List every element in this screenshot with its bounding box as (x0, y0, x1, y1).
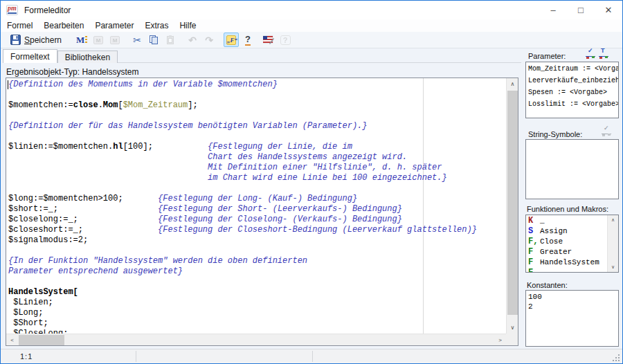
constants-panel-label: Konstanten: (527, 281, 568, 289)
flag-icon (263, 35, 274, 44)
help-bubble-icon: ? (280, 35, 291, 45)
code-line: HandelsSystem[ (8, 287, 477, 298)
code-line: $short:=_; {Festlegung der Short- (Leerv… (8, 204, 477, 215)
constant-item[interactable]: 2 (526, 302, 618, 311)
formula-format-toggle[interactable]: „F“ (224, 33, 239, 47)
functions-scroll-down-arrow[interactable]: ∨ (608, 262, 618, 272)
menu-item-hilfe[interactable]: Hilfe (174, 20, 201, 31)
function-type-icon: S (528, 226, 540, 236)
tab-bibliotheken[interactable]: Bibliotheken (57, 51, 118, 63)
code-line: Parameter entsprechend ausgewertet} (8, 266, 477, 277)
function-name: Close (540, 237, 563, 246)
function-type-icon: K (528, 216, 540, 226)
parameter-panel-label: Parameter: (528, 52, 566, 60)
resize-grip[interactable] (612, 354, 620, 361)
scrollbar-corner (506, 334, 518, 345)
context-help-button[interactable]: ? (240, 33, 255, 47)
toolbar: Speichern M M M ✂ ↶ (1, 32, 622, 48)
statusbar-divider (312, 351, 313, 362)
scroll-left-arrow[interactable]: < (6, 334, 18, 346)
scroll-right-arrow[interactable]: > (494, 334, 506, 346)
parameter-item[interactable]: Spesen := <Vorgabe> (526, 87, 618, 98)
code-line (8, 246, 477, 256)
function-name: Greater (540, 248, 572, 256)
close-button[interactable]: ✕ (595, 1, 622, 19)
code-line: $closelong:=_; {Festlegung der Closelong… (8, 215, 477, 225)
menu-bar: FormelBearbeitenParameterExtrasHilfe (1, 19, 622, 32)
code-line: $signalmodus:=2; (8, 235, 477, 246)
function-item[interactable]: F,Close (526, 236, 618, 246)
code-line (8, 90, 477, 100)
insert-check-parameter-icon[interactable]: ✓ (586, 48, 596, 59)
macro-stamp-icon: M (93, 36, 103, 44)
menu-item-formel[interactable]: Formel (1, 20, 38, 31)
code-editor-area[interactable]: {Definition des Momentums in der Variabl… (6, 78, 506, 334)
result-type-label: Ergebnisobjekt-Typ: Handelssystem (6, 67, 138, 77)
translate-button[interactable] (261, 33, 276, 47)
code-line: $closeshort:=_; {Festlegung der Closesho… (8, 225, 477, 235)
function-item[interactable]: FGreater (526, 246, 618, 257)
parameter-item[interactable]: Losslimit := <Vorgabe> (526, 98, 618, 110)
scroll-up-arrow[interactable]: ∧ (507, 78, 518, 90)
function-item[interactable]: SAssign (526, 226, 618, 236)
constants-list[interactable]: 1002 (525, 290, 619, 347)
function-name: _ (540, 217, 545, 225)
code-line (8, 111, 477, 121)
cut-button[interactable]: ✂ (129, 33, 145, 47)
minimize-button[interactable]: – (539, 1, 567, 19)
macro-icon: M (76, 35, 84, 46)
scissors-icon: ✂ (133, 35, 141, 46)
insert-macro-button[interactable]: M (74, 33, 89, 47)
code-line: $CloseLong; (8, 329, 477, 334)
vertical-scroll-thumb[interactable] (507, 91, 518, 315)
code-line (8, 277, 477, 287)
window-title: Formeleditor (24, 6, 71, 15)
function-item[interactable]: K_ (526, 215, 618, 226)
save-icon (10, 35, 21, 45)
code-line: Chart des Handelssystems angezeigt wird. (8, 152, 477, 163)
functions-list-box[interactable]: K_SAssignF,CloseFGreaterFHandelsSystemF … (525, 215, 619, 273)
editor-vertical-scrollbar[interactable]: ∧ ∨ (506, 78, 518, 334)
insert-text-parameter-icon[interactable]: T (599, 48, 609, 59)
copy-icon (149, 35, 159, 45)
code-line: $long:=$momentchen>100; {Festlegung der … (8, 194, 477, 204)
title-bar: pm Formeleditor – □ ✕ (1, 1, 622, 19)
undo-icon: ↶ (188, 35, 197, 46)
parameter-item[interactable]: Leerverkäufe_einbeziehen := <Vorgabe> (526, 75, 618, 87)
parameter-item[interactable]: Mom_Zeitraum := <Vorgabe> (526, 63, 618, 75)
format-f-icon: „F“ (226, 35, 236, 45)
parameter-list[interactable]: Mom_Zeitraum := <Vorgabe>Leerverkäufe_ei… (525, 62, 619, 118)
code-line: $Linien; (8, 298, 477, 308)
maximize-button[interactable]: □ (567, 1, 595, 19)
functions-list: K_SAssignF,CloseFGreaterFHandelsSystemF (526, 215, 618, 273)
editor-horizontal-scrollbar[interactable]: < > (6, 334, 506, 345)
scroll-down-arrow[interactable]: ∨ (507, 322, 518, 334)
function-item[interactable]: F (526, 267, 618, 273)
code-line: $linien:=$momentchen.hl[100]; {Festlegun… (8, 142, 477, 152)
function-type-icon: F (528, 257, 540, 267)
statusbar-divider (136, 351, 136, 362)
menu-item-extras[interactable]: Extras (139, 20, 174, 31)
string-symbols-label: String-Symbole: (528, 130, 582, 138)
tab-formeltext[interactable]: Formeltext (3, 49, 57, 63)
copy-button[interactable] (146, 33, 161, 47)
function-type-icon: F (528, 247, 540, 257)
menu-item-parameter[interactable]: Parameter (89, 20, 139, 31)
string-symbols-list[interactable] (525, 139, 619, 199)
functions-scrollbar[interactable]: ∧ ∨ (607, 215, 618, 272)
redo-button: ↷ (201, 33, 217, 47)
code-line (8, 183, 477, 194)
app-icon: pm (6, 5, 18, 15)
macro-dots-icon (85, 36, 87, 44)
constant-item[interactable]: 100 (526, 292, 618, 302)
formeleditor-window: pm Formeleditor – □ ✕ FormelBearbeitenPa… (0, 0, 623, 364)
menu-item-bearbeiten[interactable]: Bearbeiten (38, 20, 89, 31)
function-item[interactable]: FHandelsSystem (526, 257, 618, 267)
cursor-position: 1:1 (20, 352, 33, 361)
function-type-icon: F, (528, 237, 540, 246)
help-bubble-button: ? (278, 33, 293, 47)
save-button[interactable]: Speichern (8, 33, 64, 47)
horizontal-scroll-thumb[interactable] (19, 335, 64, 345)
functions-scroll-up-arrow[interactable]: ∧ (608, 215, 618, 225)
code-line: {Definition der für das Handelssystem be… (8, 121, 477, 131)
